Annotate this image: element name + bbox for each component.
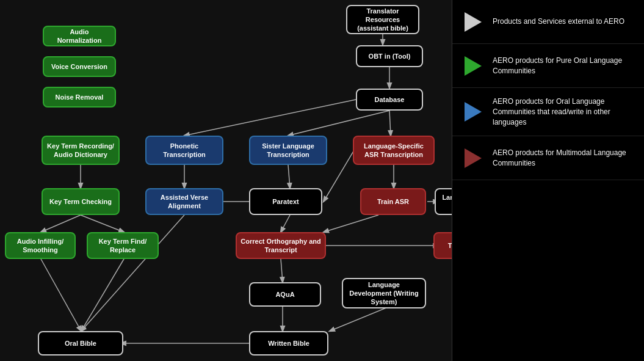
external-icon	[462, 11, 484, 33]
key-term-find-node: Key Term Find/ Replace	[87, 232, 159, 259]
multimodal-icon	[462, 147, 484, 169]
audio-infilling-node: Audio Infilling/ Smoothing	[5, 232, 76, 259]
language-specific-asr-node: Language-Specific ASR Transcription	[353, 136, 435, 165]
voice-conversion-node: Voice Conversion	[43, 56, 116, 77]
svg-line-4	[288, 111, 389, 136]
legend-item-external: Products and Services external to AERO	[452, 0, 644, 44]
audio-normalization-node: Audio Normalization	[43, 26, 116, 46]
svg-line-8	[288, 165, 290, 188]
written-bible-node: Written Bible	[249, 331, 328, 356]
oral-bible-node: Oral Bible	[38, 331, 123, 356]
train-asr-node: Train ASR	[360, 188, 426, 215]
key-term-recording-node: Key Term Recording/ Audio Dictionary	[42, 136, 120, 165]
legend-item-pure-oral: AERO products for Pure Oral Language Com…	[452, 44, 644, 88]
legend-area: Products and Services external to AERO A…	[452, 0, 644, 361]
noise-removal-node: Noise Removal	[43, 87, 116, 108]
legend-external-label: Products and Services external to AERO	[493, 16, 624, 27]
legend-pure-oral-label: AERO products for Pure Oral Language Com…	[493, 56, 634, 76]
legend-item-multimodal: AERO products for Multimodal Language Co…	[452, 136, 644, 180]
svg-line-18	[41, 215, 81, 232]
correct-orthography-node: Correct Orthography and Transcript	[236, 232, 326, 259]
legend-item-oral-readwrite: AERO products for Oral Language Communit…	[452, 88, 644, 136]
svg-line-19	[81, 215, 124, 232]
svg-line-20	[41, 259, 81, 331]
legend-multimodal-label: AERO products for Multimodal Language Co…	[493, 148, 634, 169]
svg-line-3	[184, 100, 356, 136]
language-literacy-node: Language Literacy Projects	[435, 188, 452, 215]
diagram-area: Translator Resources (assistant bible) O…	[0, 0, 452, 361]
assisted-verse-node: Assisted Verse Alignment	[145, 188, 223, 215]
phonetic-transcription-node: Phonetic Transcription	[145, 136, 223, 165]
database-node: Database	[356, 89, 423, 111]
svg-line-11	[281, 215, 290, 232]
svg-line-21	[81, 259, 124, 331]
svg-line-17	[330, 307, 388, 331]
aqua-node: AQuA	[249, 282, 321, 307]
oral-readwrite-icon	[462, 101, 484, 123]
pure-oral-icon	[462, 55, 484, 77]
text-to-speech-node: Text-to-Speech	[433, 232, 452, 259]
svg-line-15	[281, 259, 283, 282]
paratext-node: Paratext	[249, 188, 322, 215]
svg-line-5	[389, 111, 391, 136]
translator-resources-node: Translator Resources (assistant bible)	[346, 5, 419, 34]
language-development-node: Language Development (Writing System)	[342, 278, 426, 308]
svg-line-24	[324, 215, 378, 232]
key-term-checking-node: Key Term Checking	[42, 188, 120, 215]
obt-in-tool-node: OBT in (Tool)	[356, 45, 423, 67]
legend-oral-readwrite-label: AERO products for Oral Language Communit…	[493, 97, 634, 127]
svg-line-25	[324, 150, 354, 202]
sister-language-node: Sister Language Transcription	[249, 136, 327, 165]
